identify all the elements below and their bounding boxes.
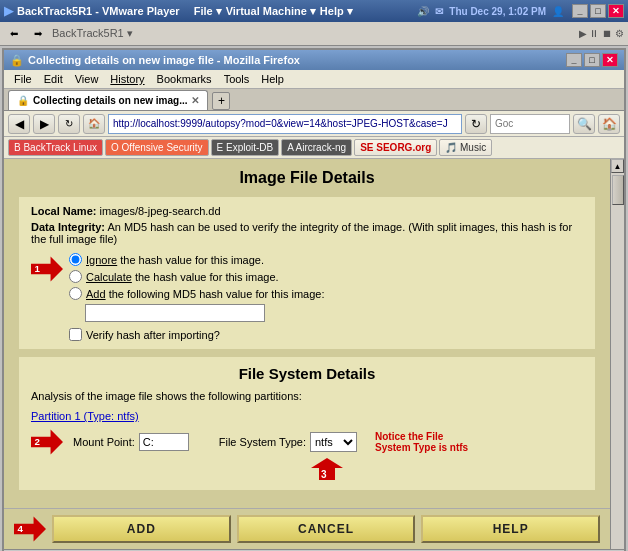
new-tab-button[interactable]: + [212, 92, 230, 110]
ff-urlbar[interactable] [108, 114, 462, 134]
ff-edit-menu[interactable]: Edit [38, 71, 69, 87]
vm-back-btn[interactable]: ⬅ [4, 25, 24, 43]
scroll-up-button[interactable]: ▲ [611, 159, 624, 173]
vmware-icon: ▶ [4, 4, 13, 18]
mount-fs-row: 2 Mount Point: File System Type: ntfs fa… [31, 428, 583, 456]
arrow-3-icon: 3 [311, 458, 343, 480]
vmware-help-menu[interactable]: Help ▾ [320, 5, 353, 18]
vm-audio-icon: 🔊 [417, 6, 429, 17]
radio-calculate-label[interactable]: Calculate the hash value for this image. [86, 271, 279, 283]
vmware-vm-menu[interactable]: Virtual Machine ▾ [226, 5, 316, 18]
cancel-button[interactable]: Cancel [237, 515, 416, 543]
bookmark-bt-label: B BackTrack Linux [14, 142, 97, 153]
ff-minimize-button[interactable]: _ [566, 53, 582, 67]
ff-favicon: 🔒 [10, 54, 24, 67]
svg-text:1: 1 [35, 263, 41, 274]
partition-link[interactable]: Partition 1 (Type: ntfs) [31, 410, 139, 422]
ff-refresh-btn[interactable]: ↻ [465, 114, 487, 134]
help-button[interactable]: Help [421, 515, 600, 543]
verify-row: Verify hash after importing? [69, 328, 583, 341]
bookmark-ac-label: A Aircrack-ng [287, 142, 346, 153]
add-suffix: the following MD5 hash value for this im… [109, 288, 325, 300]
maximize-button[interactable]: □ [590, 4, 606, 18]
notice-text: Notice the File System Type is ntfs [375, 431, 475, 453]
ff-bookmarks-menu[interactable]: Bookmarks [151, 71, 218, 87]
ff-titlebar: 🔒 Collecting details on new image file -… [4, 50, 624, 70]
ignore-suffix: the hash value for this image. [120, 254, 264, 266]
vmware-file-menu[interactable]: File ▾ [194, 5, 222, 18]
svg-text:3: 3 [321, 469, 327, 480]
main-content-area: Image File Details Local Name: images/8-… [4, 159, 624, 549]
firefox-window: 🔒 Collecting details on new image file -… [2, 48, 626, 551]
image-file-details-section: Local Name: images/8-jpeg-search.dd Data… [19, 197, 595, 349]
bookmark-music[interactable]: 🎵 Music [439, 139, 492, 156]
svg-text:4: 4 [18, 523, 24, 534]
verify-label[interactable]: Verify hash after importing? [86, 329, 220, 341]
scroll-thumb[interactable] [612, 175, 624, 205]
bookmark-backtrack[interactable]: B BackTrack Linux [8, 139, 103, 156]
ff-search-go-button[interactable]: 🔍 [573, 114, 595, 134]
radio-section: 1 Ignore the hash value for this image. [31, 253, 583, 341]
md5-input[interactable] [85, 304, 265, 322]
bookmark-aircrack[interactable]: A Aircrack-ng [281, 139, 352, 156]
ff-tab-close-button[interactable]: ✕ [191, 95, 199, 106]
verify-checkbox[interactable] [69, 328, 82, 341]
vmware-toolbar: ⬅ ➡ BackTrack5R1 ▾ ▶ ⏸ ⏹ ⚙ [0, 22, 628, 46]
ff-reload-button[interactable]: ↻ [58, 114, 80, 134]
fs-type-select[interactable]: ntfs fat32 ext2 ext3 [310, 432, 357, 452]
ff-tab-bar: 🔒 Collecting details on new imag... ✕ + [4, 89, 624, 111]
ff-file-menu[interactable]: File [8, 71, 38, 87]
ff-history-menu[interactable]: History [104, 71, 150, 87]
vm-forward-btn[interactable]: ➡ [28, 25, 48, 43]
fs-analysis: Analysis of the image file shows the fol… [31, 390, 583, 402]
ignore-underline: Ignore [86, 254, 117, 266]
radio-ignore[interactable] [69, 253, 82, 266]
fs-details-section: File System Details Analysis of the imag… [19, 357, 595, 490]
ff-forward-button[interactable]: ▶ [33, 114, 55, 134]
close-button[interactable]: ✕ [608, 4, 624, 18]
vm-powered-label: BackTrack5R1 ▾ [52, 27, 133, 40]
ff-tab-favicon: 🔒 [17, 95, 29, 106]
vm-network-icon: ✉ [435, 6, 443, 17]
fs-title: File System Details [31, 365, 583, 382]
radio-add[interactable] [69, 287, 82, 300]
ff-close-button[interactable]: ✕ [602, 53, 618, 67]
vm-user-icon: 👤 [552, 6, 564, 17]
add-button[interactable]: Add [52, 515, 231, 543]
arrow-4-icon: 4 [14, 515, 46, 543]
radio-ignore-label[interactable]: Ignore the hash value for this image. [86, 254, 264, 266]
page-body: Image File Details Local Name: images/8-… [4, 159, 610, 508]
ff-help-menu[interactable]: Help [255, 71, 290, 87]
bookmark-exploit-db[interactable]: E Exploit-DB [211, 139, 280, 156]
mount-point-input[interactable] [139, 433, 189, 451]
bookmark-music-label: 🎵 Music [445, 142, 486, 153]
data-integrity-line: Data Integrity: An MD5 hash can be used … [31, 221, 583, 245]
calculate-suffix: the hash value for this image. [135, 271, 279, 283]
vm-separator: ▶ ⏸ ⏹ ⚙ [579, 28, 624, 39]
radio-options: Ignore the hash value for this image. Ca… [69, 253, 583, 341]
fs-type-label: File System Type: [219, 436, 306, 448]
ff-home-button[interactable]: 🏠 [83, 114, 105, 134]
local-name-value: images/8-jpeg-search.dd [99, 205, 220, 217]
bookmark-offensive-security[interactable]: O Offensive Security [105, 139, 209, 156]
ff-tools-menu[interactable]: Tools [218, 71, 256, 87]
bookmark-se-label: SE SEORG.org [360, 142, 431, 153]
data-integrity-desc: An MD5 hash can be used to verify the in… [31, 221, 572, 245]
radio-add-label[interactable]: Add the following MD5 hash value for thi… [86, 288, 324, 300]
radio-calculate[interactable] [69, 270, 82, 283]
radio-add-row: Add the following MD5 hash value for thi… [69, 287, 583, 300]
add-underline: Add [86, 288, 106, 300]
minimize-button[interactable]: _ [572, 4, 588, 18]
scrollbar[interactable]: ▲ [610, 159, 624, 549]
ff-tab-active[interactable]: 🔒 Collecting details on new imag... ✕ [8, 90, 208, 110]
ff-navtoolbar: ◀ ▶ ↻ 🏠 ↻ 🔍 🏠 [4, 111, 624, 137]
bookmark-seorg[interactable]: SE SEORG.org [354, 139, 437, 156]
ff-home-btn2[interactable]: 🏠 [598, 114, 620, 134]
ff-maximize-button[interactable]: □ [584, 53, 600, 67]
ff-search-input[interactable] [490, 114, 570, 134]
data-integrity-label: Data Integrity: [31, 221, 105, 233]
radio-calculate-row: Calculate the hash value for this image. [69, 270, 583, 283]
ff-view-menu[interactable]: View [69, 71, 105, 87]
vmware-title: BackTrack5R1 - VMware Player [17, 5, 180, 17]
ff-back-button[interactable]: ◀ [8, 114, 30, 134]
